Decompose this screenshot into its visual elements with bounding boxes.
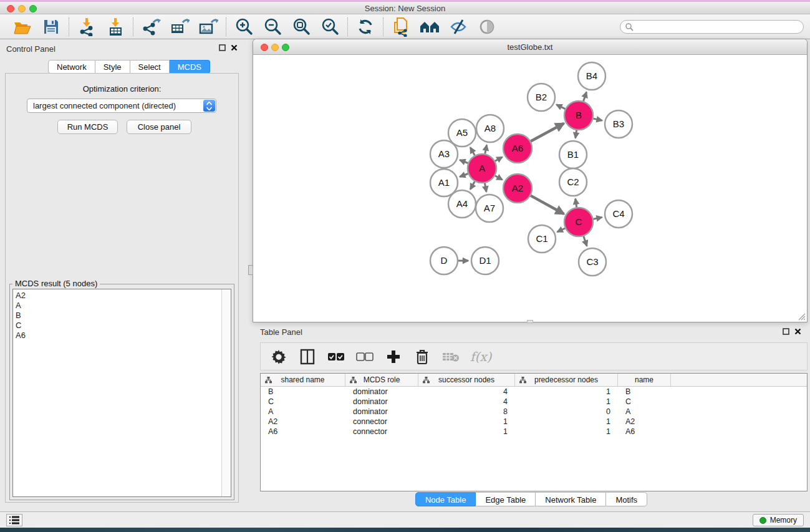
table-cell[interactable]: 4 bbox=[418, 397, 515, 407]
table-cell[interactable]: A6 bbox=[618, 427, 671, 437]
table-row[interactable]: Cdominator41C bbox=[261, 397, 807, 407]
zoom-in-icon[interactable] bbox=[233, 17, 255, 37]
table-cell[interactable]: 1 bbox=[515, 427, 618, 437]
list-scrollbar[interactable] bbox=[221, 289, 231, 496]
table-cell[interactable]: 1 bbox=[515, 387, 618, 397]
table-cell[interactable]: B bbox=[261, 387, 345, 397]
export-table-icon[interactable] bbox=[168, 17, 191, 37]
edge-C-C1[interactable] bbox=[557, 228, 566, 232]
table-cell[interactable]: dominator bbox=[345, 387, 418, 397]
table-cell[interactable]: connector bbox=[345, 427, 418, 437]
tab-network-table[interactable]: Network Table bbox=[536, 492, 606, 506]
close-table-panel-icon[interactable] bbox=[794, 328, 801, 335]
tab-select[interactable]: Select bbox=[130, 60, 170, 74]
edge-A-A4[interactable] bbox=[470, 181, 475, 190]
zoom-fit-icon[interactable] bbox=[290, 17, 312, 37]
settings-gear-icon[interactable] bbox=[269, 347, 288, 366]
float-panel-icon[interactable] bbox=[219, 44, 226, 51]
table-cell[interactable]: 1 bbox=[418, 417, 515, 427]
tab-network[interactable]: Network bbox=[48, 60, 95, 74]
network-canvas[interactable]: B4B2BB3A8A5A6A3B1AA1C2A2A4A7C4CC1DD1C3 bbox=[253, 55, 807, 322]
mcds-result-item[interactable]: C bbox=[13, 321, 221, 331]
tab-style[interactable]: Style bbox=[95, 60, 130, 74]
table-cell[interactable]: C bbox=[261, 397, 345, 407]
zoom-out-icon[interactable] bbox=[261, 17, 284, 37]
edge-A-A8[interactable] bbox=[485, 145, 487, 154]
table-cell[interactable]: A6 bbox=[261, 427, 345, 437]
edge-C-C4[interactable] bbox=[594, 217, 602, 219]
refresh-icon[interactable] bbox=[354, 17, 377, 37]
show-hidden-eye-icon[interactable] bbox=[476, 17, 498, 37]
delete-table-icon[interactable] bbox=[441, 347, 460, 366]
mcds-result-item[interactable]: A6 bbox=[13, 331, 221, 341]
new-network-from-selection-icon[interactable] bbox=[390, 17, 412, 37]
edge-A-A7[interactable] bbox=[485, 183, 486, 192]
edge-B-B4[interactable] bbox=[584, 92, 587, 102]
select-all-checkboxes-icon[interactable] bbox=[327, 347, 345, 366]
column-header-MCDS-role[interactable]: MCDS role bbox=[345, 374, 418, 386]
edge-A-A5[interactable] bbox=[470, 148, 475, 156]
tab-motifs[interactable]: Motifs bbox=[606, 492, 647, 506]
table-cell[interactable]: dominator bbox=[345, 407, 418, 417]
close-panel-icon[interactable] bbox=[231, 44, 238, 51]
float-table-panel-icon[interactable] bbox=[783, 328, 789, 335]
import-table-icon[interactable] bbox=[104, 17, 127, 37]
add-column-icon[interactable] bbox=[384, 347, 403, 366]
edge-A-A1[interactable] bbox=[460, 174, 468, 177]
window-resize-grip[interactable] bbox=[797, 312, 806, 321]
table-row[interactable]: A2connector11A2 bbox=[261, 417, 807, 427]
table-cell[interactable]: 1 bbox=[515, 417, 618, 427]
table-cell[interactable]: 0 bbox=[515, 407, 618, 417]
edge-A-A6[interactable] bbox=[495, 157, 503, 162]
mcds-result-item[interactable]: A bbox=[13, 301, 221, 311]
export-network-icon[interactable] bbox=[140, 17, 162, 37]
edge-A-A3[interactable] bbox=[460, 160, 468, 163]
show-column-icon[interactable] bbox=[298, 347, 317, 366]
edge-B-B3[interactable] bbox=[593, 118, 602, 120]
tab-node-table[interactable]: Node Table bbox=[415, 492, 476, 506]
save-session-icon[interactable] bbox=[40, 17, 62, 37]
edge-B-B2[interactable] bbox=[556, 105, 565, 109]
edge-A6-B[interactable] bbox=[531, 123, 564, 142]
tab-edge-table[interactable]: Edge Table bbox=[476, 492, 536, 506]
table-cell[interactable]: A2 bbox=[618, 417, 671, 427]
network-window-titlebar[interactable]: testGlobe.txt bbox=[253, 39, 807, 55]
table-cell[interactable]: connector bbox=[345, 417, 418, 427]
mcds-result-item[interactable]: B bbox=[13, 311, 221, 321]
export-image-icon[interactable] bbox=[197, 17, 219, 37]
tab-mcds[interactable]: MCDS bbox=[170, 60, 210, 74]
open-file-icon[interactable] bbox=[11, 17, 34, 37]
table-cell[interactable]: dominator bbox=[345, 397, 418, 407]
mcds-result-list[interactable]: A2ABCA6 bbox=[12, 289, 231, 497]
column-header-successor-nodes[interactable]: successor nodes bbox=[418, 374, 515, 386]
function-builder-icon[interactable]: f(x) bbox=[470, 349, 491, 364]
delete-column-icon[interactable] bbox=[413, 347, 432, 366]
edge-C-C2[interactable] bbox=[576, 199, 577, 208]
edge-A-A2[interactable] bbox=[495, 176, 503, 180]
column-header-predecessor-nodes[interactable]: predecessor nodes bbox=[515, 374, 618, 386]
table-row[interactable]: Bdominator41B bbox=[261, 387, 807, 397]
task-history-button[interactable] bbox=[6, 514, 22, 526]
edge-C-C3[interactable] bbox=[584, 236, 587, 246]
mcds-result-item[interactable]: A2 bbox=[13, 291, 221, 301]
close-panel-button[interactable]: Close panel bbox=[127, 120, 191, 134]
deselect-all-checkboxes-icon[interactable] bbox=[355, 347, 374, 366]
table-row[interactable]: Adominator80A bbox=[261, 407, 807, 417]
edge-B-B1[interactable] bbox=[576, 130, 577, 138]
table-cell[interactable]: B bbox=[618, 387, 671, 397]
hide-selected-icon[interactable] bbox=[447, 17, 470, 37]
table-cell[interactable]: 8 bbox=[418, 407, 515, 417]
search-input[interactable] bbox=[620, 20, 804, 34]
memory-button[interactable]: Memory bbox=[753, 514, 804, 526]
column-header-shared-name[interactable]: shared name bbox=[261, 374, 345, 386]
criterion-select[interactable]: largest connected component (directed) bbox=[27, 99, 216, 113]
table-cell[interactable]: 4 bbox=[418, 387, 515, 397]
table-cell[interactable]: 1 bbox=[418, 427, 515, 437]
first-neighbors-icon[interactable] bbox=[418, 17, 441, 37]
import-network-icon[interactable] bbox=[75, 17, 98, 37]
network-hscroll-nub[interactable] bbox=[527, 320, 533, 323]
table-cell[interactable]: A bbox=[618, 407, 671, 417]
column-header-name[interactable]: name bbox=[618, 374, 671, 386]
run-mcds-button[interactable]: Run MCDS bbox=[57, 120, 118, 134]
table-cell[interactable]: A2 bbox=[261, 417, 345, 427]
